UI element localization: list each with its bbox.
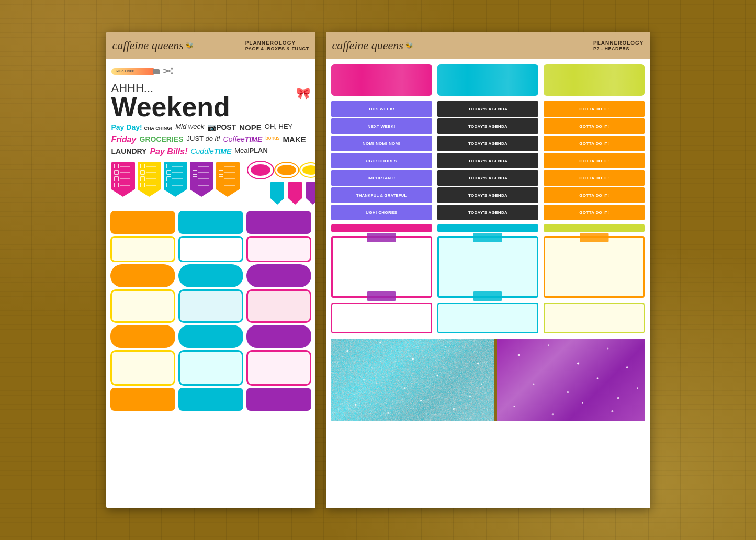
check-line [198,166,209,167]
strip-teal-body [164,162,187,189]
check-row [114,164,132,168]
marker-body: MILO LINER [111,68,156,75]
bookmark-flags [248,182,315,205]
check-row [193,170,211,175]
checkbox [193,164,197,168]
check-line [146,172,156,173]
check-row [219,183,237,187]
checkbox [219,176,223,181]
sticker-bills: Pay Bills! [150,147,187,158]
header-gotta-5: GOTTA DO IT! [544,170,645,186]
svg-point-25 [552,413,554,415]
check-row [219,164,237,168]
svg-point-24 [513,406,515,407]
box-row-1 [110,236,311,262]
page1-header: caffeine queens 🐝 PLANNEROLOGY PAGE 4 -B… [106,32,315,59]
washi-rolls [248,162,315,178]
check-line [146,185,156,186]
svg-point-26 [582,402,583,404]
check-row [140,164,159,168]
brush-purple [246,211,311,234]
washi-roll-yellow [300,163,315,177]
tape-top-teal [473,233,502,242]
note-box-yellow [544,236,645,298]
strip-purple [190,162,213,197]
check-row [140,176,159,181]
sticker-make: MAKE [283,134,306,145]
glitter-panels [331,339,645,421]
weekend-text: Weekend [111,95,230,118]
check-line [198,178,209,179]
label-pink [246,289,311,323]
checkbox [140,170,145,175]
checkbox [193,176,197,181]
check-line [198,172,209,173]
sticker-payday: Pay Day! CHA CHING! [111,122,173,133]
header-col-3: GOTTA DO IT! GOTTA DO IT! GOTTA DO IT! G… [544,101,645,220]
badge-purple [246,264,311,287]
checkbox [166,164,171,168]
svg-point-13 [453,408,455,410]
glitter-svg-teal [331,339,494,421]
brand-text: caffeine queens [112,39,184,52]
svg-point-12 [420,400,422,401]
header-agenda-5: TODAY'S AGENDA [437,170,538,186]
right-decorations [248,162,315,205]
page2-subtitle: P2 - HEADERS [593,46,644,51]
headers-section: THIS WEEK! NEXT WEEK! NOM! NOM! NOM! UGH… [331,101,645,220]
marker-cap [153,69,160,74]
checklist-washi-section [106,160,315,207]
bee-icon-p2: 🐝 [405,42,413,49]
header-col-2: TODAY'S AGENDA TODAY'S AGENDA TODAY'S AG… [437,101,538,220]
header-gotta-3: GOTTA DO IT! [544,136,645,151]
divider-pink [331,224,432,232]
page1-title: PLANNEROLOGY [245,40,309,46]
svg-point-8 [436,375,438,377]
svg-point-21 [567,391,569,393]
bookmark-teal [270,182,284,205]
page2-content: THIS WEEK! NEXT WEEK! NOM! NOM! NOM! UGH… [326,59,650,426]
checkbox [140,183,145,187]
strip-orange-body [216,162,240,189]
header-agenda-2: TODAY'S AGENDA [437,118,538,134]
bottom-brush-purple [246,388,311,411]
bookmark-purple [306,182,315,205]
strip-teal [164,162,187,197]
svg-point-22 [596,377,598,379]
svg-point-3 [412,358,414,361]
header-col-1: THIS WEEK! NEXT WEEK! NOM! NOM! NOM! UGH… [331,101,432,220]
strip-notch [111,189,134,197]
note-boxes [331,236,645,298]
page1-brand: caffeine queens 🐝 [112,39,194,52]
scallop-orange [110,325,175,348]
page2-header: caffeine queens 🐝 PLANNEROLOGY P2 - HEAD… [326,32,650,59]
check-line [146,178,156,179]
checkbox [140,164,145,168]
checkbox [166,176,171,181]
svg-point-10 [355,404,356,406]
scissors-graphic: ✂ [162,63,174,80]
header-gotta-1: GOTTA DO IT! [544,101,645,117]
strip-orange [216,162,240,197]
check-row [166,164,185,168]
bar-pink [331,64,432,96]
header-next-week: NEXT WEEK! [331,118,432,134]
check-row [193,164,211,168]
washi-roll-orange [275,163,298,177]
color-bars [331,64,645,96]
svg-rect-0 [331,339,494,421]
weekend-block: AHHH... Weekend [111,82,230,118]
check-row [219,176,237,181]
note-box-teal [437,236,538,298]
small-box-pink [331,303,432,333]
check-row [166,183,185,187]
brush-row-1 [110,211,311,234]
tools-row: MILO LINER ✂ [111,63,310,80]
box-yellow [110,236,175,262]
sticker-midweek: Mid week [175,122,204,133]
note-box-pink [331,236,432,298]
svg-point-5 [477,362,479,364]
text-stickers: Pay Day! CHA CHING! Mid week 📷POST NOPE … [111,118,310,160]
brush-effect [544,64,645,96]
box-pink [246,236,311,262]
